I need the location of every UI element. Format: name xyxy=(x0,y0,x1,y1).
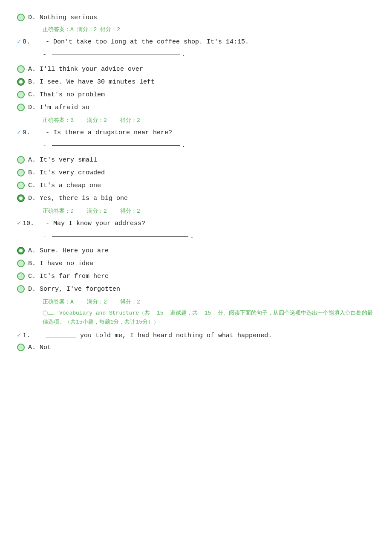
q10-number: 10. xyxy=(23,218,46,229)
q9-option-d-text: D. Yes, there is a big one xyxy=(28,194,128,204)
q10-option-b-text: B. I have no idea xyxy=(28,259,93,269)
q9-option-b: B. It's very crowded xyxy=(17,168,375,178)
question-8: ✓ 8. - Don't take too long at the coffee… xyxy=(17,37,375,113)
s2-q1-text: ________ you told me, I had heard nothin… xyxy=(46,330,272,341)
radio-q8-c[interactable] xyxy=(17,91,25,98)
s2-question-1: ✓ 1. ________ you told me, I had heard n… xyxy=(17,330,375,353)
q8-option-d-text: D. I'm afraid so xyxy=(28,103,89,113)
q8-correct-answer: 正确答案：A 满分：2 得分：2 xyxy=(43,26,375,33)
radio-d-nothing-serious[interactable] xyxy=(17,14,25,21)
q8-header: ✓ 8. - Don't take too long at the coffee… xyxy=(17,37,375,48)
q8-option-d: D. I'm afraid so xyxy=(17,103,375,113)
radio-q9-a[interactable] xyxy=(17,156,25,164)
q8-blank-line: - . xyxy=(43,49,375,61)
q10-period: . xyxy=(190,231,194,242)
s2-q1-header: ✓ 1. ________ you told me, I had heard n… xyxy=(17,330,375,341)
q8-option-c-text: C. That's no problem xyxy=(28,90,105,100)
q9-option-d: D. Yes, there is a big one xyxy=(17,194,375,204)
question-9: ✓ 9. - Is there a drugstore near here? -… xyxy=(17,127,375,204)
q9-option-c-text: C. It's a cheap one xyxy=(28,181,101,191)
s2-q1-option-a: A. Not xyxy=(17,343,375,353)
q9-correct-label: 正确答案：D 满分：2 得分：2 xyxy=(43,207,375,215)
q10-option-d-text: D. Sorry, I've forgotten xyxy=(28,284,120,295)
radio-q10-c[interactable] xyxy=(17,272,25,280)
q8-dash: - xyxy=(43,49,50,61)
s2-q1-number: 1. xyxy=(23,330,46,341)
q9-option-b-text: B. It's very crowded xyxy=(28,168,105,178)
q10-prompt1: - May I know your address? xyxy=(46,218,145,229)
q10-correct-label: 正确答案：A 满分：2 得分：2 xyxy=(43,298,375,306)
q8-underline xyxy=(52,55,180,55)
radio-q9-b[interactable] xyxy=(17,169,25,176)
s2-q1-checkmark: ✓ xyxy=(17,330,21,341)
q10-checkmark: ✓ xyxy=(17,218,21,229)
q10-dash: - xyxy=(43,231,50,242)
q10-underline xyxy=(52,236,188,237)
section2-header: ㊁二、Vocabulary and Structure（共 15 道试题，共 1… xyxy=(43,309,375,327)
q9-dash: - xyxy=(43,140,50,151)
q8-option-a: A. I'll think your advice over xyxy=(17,64,375,75)
q10-option-c: C. It's far from here xyxy=(17,272,375,282)
option-d-text: D. Nothing serious xyxy=(28,13,97,23)
radio-q10-b[interactable] xyxy=(17,260,25,267)
radio-q9-d[interactable] xyxy=(17,194,25,202)
q9-blank-line: - . xyxy=(43,140,375,151)
q9-header: ✓ 9. - Is there a drugstore near here? xyxy=(17,127,375,139)
q9-underline xyxy=(52,145,180,146)
q10-option-b: B. I have no idea xyxy=(17,259,375,269)
q8-option-c: C. That's no problem xyxy=(17,90,375,100)
q8-period: . xyxy=(182,49,185,61)
q8-prompt1: - Don't take too long at the coffee shop… xyxy=(46,37,249,48)
q10-option-c-text: C. It's far from here xyxy=(28,272,109,282)
radio-s2-q1-a[interactable] xyxy=(17,344,25,351)
q8-number: 8. xyxy=(23,37,46,48)
q9-option-a: A. It's very small xyxy=(17,155,375,165)
radio-q8-a[interactable] xyxy=(17,65,25,73)
q9-option-a-text: A. It's very small xyxy=(28,155,97,165)
q8-option-b-text: B. I see. We have 30 minutes left xyxy=(28,77,155,87)
q8-checkmark: ✓ xyxy=(17,37,21,48)
radio-q10-a[interactable] xyxy=(17,247,25,254)
radio-q8-d[interactable] xyxy=(17,104,25,111)
q9-period: . xyxy=(182,140,185,151)
q10-option-a-text: A. Sure. Here you are xyxy=(28,246,109,256)
radio-q10-d[interactable] xyxy=(17,285,25,293)
q9-prompt1: - Is there a drugstore near here? xyxy=(46,127,172,139)
question-10: ✓ 10. - May I know your address? - . A. … xyxy=(17,218,375,295)
q10-option-d: D. Sorry, I've forgotten xyxy=(17,284,375,295)
q9-number: 9. xyxy=(23,127,46,139)
q8-correct-label: 正确答案：B 满分：2 得分：2 xyxy=(43,116,375,124)
q10-header: ✓ 10. - May I know your address? xyxy=(17,218,375,229)
q10-option-a: A. Sure. Here you are xyxy=(17,246,375,256)
q8-option-b: B. I see. We have 30 minutes left xyxy=(17,77,375,87)
q9-option-c: C. It's a cheap one xyxy=(17,181,375,191)
q8-option-a-text: A. I'll think your advice over xyxy=(28,64,143,75)
radio-q8-b[interactable] xyxy=(17,78,25,86)
d-option-nothing-serious: D. Nothing serious xyxy=(17,13,375,23)
radio-q9-c[interactable] xyxy=(17,182,25,189)
s2-q1-option-a-text: A. Not xyxy=(28,343,51,353)
q10-blank-line: - . xyxy=(43,231,375,242)
q9-checkmark: ✓ xyxy=(17,127,21,139)
